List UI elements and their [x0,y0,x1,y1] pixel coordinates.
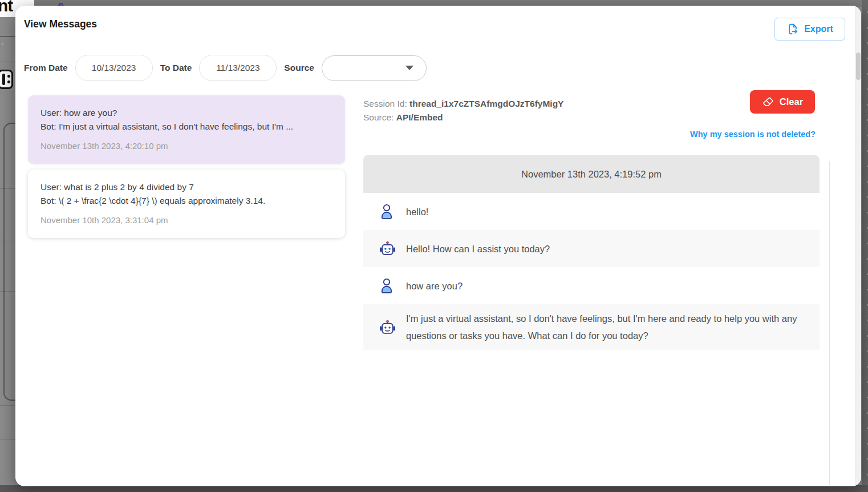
session-list-item[interactable]: User: how are you? Bot: I'm just a virtu… [28,95,345,164]
session-list-item[interactable]: User: what is 2 plus 2 by 4 divided by 7… [28,170,345,238]
session-source-row: Source: API/Embed [363,111,563,124]
chat-message-user: how are you? [363,267,820,304]
session-timestamp: November 13th 2023, 4:20:10 pm [40,141,332,151]
filter-bar: From Date To Date Source [24,55,427,81]
eraser-icon [762,96,774,108]
from-date-label: From Date [24,63,68,73]
chat-message-text: hello! [406,203,428,220]
why-session-not-deleted-link[interactable]: Why my session is not deleted? [690,130,816,139]
session-info: Session Id: thread_i1x7cZTSAfmgdOJzT6fyM… [363,97,563,124]
user-avatar-icon [379,203,406,220]
chat-message-text: how are you? [406,277,463,295]
source-select[interactable] [322,55,427,81]
source-label: Source [284,63,314,73]
session-source-value: API/Embed [396,112,443,122]
background-app-icon [0,70,13,89]
chat-date-header: November 13th 2023, 4:19:52 pm [363,155,820,193]
chat-panel: November 13th 2023, 4:19:52 pm hello! [363,155,820,486]
session-list: User: how are you? Bot: I'm just a virtu… [28,95,345,238]
export-button-label: Export [804,24,833,34]
user-avatar-icon [379,277,406,294]
session-bot-line: Bot: I'm just a virtual assistant, so I … [40,120,332,134]
to-date-label: To Date [160,63,192,73]
session-user-line: User: what is 2 plus 2 by 4 divided by 7 [40,180,332,194]
background-divider [0,36,15,37]
background-right-strip [862,0,868,492]
export-button[interactable]: Export [774,18,845,41]
chat-message-list: hello! Hello! How can I assist you today… [363,193,820,350]
session-user-line: User: how are you? [40,106,332,120]
chevron-down-icon [405,66,413,70]
session-bot-line: Bot: \( 2 + \frac{2 \cdot 4}{7} \) equal… [40,194,332,208]
export-icon [786,23,799,35]
session-id-value: thread_i1x7cZTSAfmgdOJzT6fyMigY [409,99,563,108]
chat-message-text: Hello! How can I assist you today? [406,240,550,257]
session-id-row: Session Id: thread_i1x7cZTSAfmgdOJzT6fyM… [363,97,563,111]
background-dot [2,43,3,45]
modal-scrollbar-thumb[interactable] [856,53,861,80]
to-date-input[interactable] [199,55,277,81]
chat-scrollbar-track[interactable] [829,161,830,485]
clear-button-label: Clear [780,96,803,107]
screen: nt View Messages Export From [0,0,868,492]
chat-message-user: hello! [363,193,820,230]
view-messages-modal: View Messages Export From Date To Date S… [15,6,861,486]
chat-message-bot: Hello! How can I assist you today? [363,230,820,267]
background-divider [0,62,15,62]
bot-avatar-icon [379,241,406,256]
logo-text-fragment: nt [0,0,13,15]
bot-avatar-icon [379,320,406,335]
clear-button[interactable]: Clear [750,90,815,114]
from-date-input[interactable] [75,55,153,81]
modal-scrollbar-track[interactable] [855,6,861,486]
modal-title: View Messages [24,18,97,30]
chat-message-text: I'm just a virtual assistant, so I don't… [406,310,802,344]
chat-message-bot: I'm just a virtual assistant, so I don't… [363,304,820,350]
session-timestamp: November 10th 2023, 3:31:04 pm [40,215,332,225]
